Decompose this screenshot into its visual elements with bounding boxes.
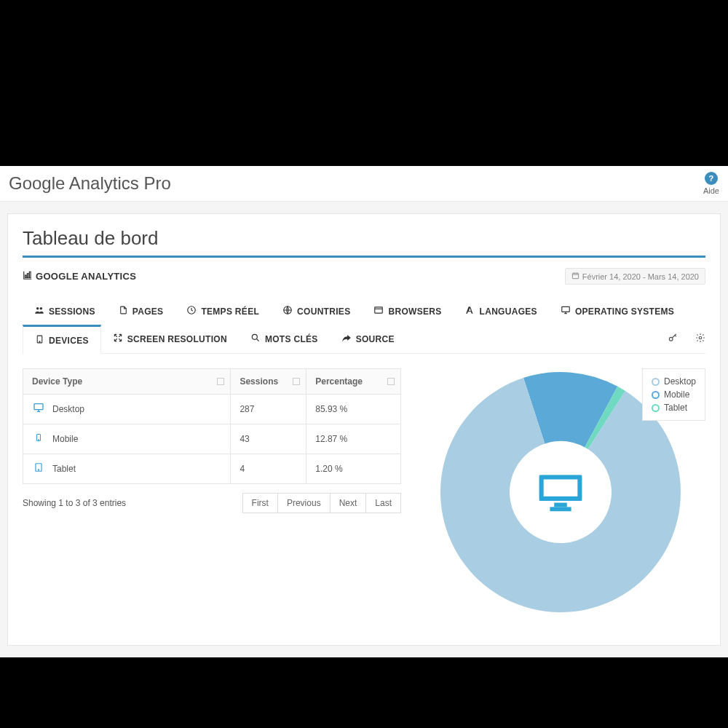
- tabs: SESSIONSPAGESTEMPS RÉELCOUNTRIESBROWSERS…: [23, 298, 705, 354]
- device-table: Device TypeSessionsPercentage Desktop287…: [23, 368, 401, 616]
- tab-devices[interactable]: DEVICES: [23, 325, 101, 354]
- column-header[interactable]: Percentage: [306, 369, 401, 395]
- help-label: Aide: [703, 186, 719, 195]
- gear-icon[interactable]: [695, 333, 705, 346]
- table-footer-info: Showing 1 to 3 of 3 entries: [23, 498, 126, 508]
- share-icon: [341, 333, 352, 345]
- page-title: Tableau de bord: [23, 227, 705, 258]
- legend-item[interactable]: Desktop: [652, 375, 696, 388]
- svg-rect-22: [554, 503, 567, 507]
- expand-icon: [113, 333, 123, 345]
- clock-icon: [186, 305, 197, 317]
- mobile-icon: [32, 432, 45, 446]
- column-header[interactable]: Device Type: [23, 369, 231, 395]
- svg-point-4: [36, 307, 39, 310]
- tab-source[interactable]: SOURCE: [330, 325, 406, 353]
- chart-legend: DesktopMobileTablet: [642, 368, 705, 421]
- svg-point-19: [38, 470, 39, 470]
- pager-next[interactable]: Next: [330, 493, 367, 513]
- pager-previous[interactable]: Previous: [277, 493, 331, 513]
- tab-languages[interactable]: LANGUAGES: [454, 298, 549, 325]
- pager: First Previous Next Last: [243, 493, 401, 513]
- subtitle: GOOGLE ANALYTICS: [23, 270, 136, 282]
- tablet-icon: [35, 334, 44, 347]
- help-icon: ?: [705, 172, 718, 185]
- users-icon: [34, 305, 44, 317]
- svg-rect-2: [29, 272, 31, 277]
- desktop-icon: [32, 402, 45, 416]
- monitor-icon: [561, 305, 571, 317]
- search-icon: [250, 333, 261, 345]
- svg-rect-23: [550, 507, 571, 511]
- tab-browsers[interactable]: BROWSERS: [362, 298, 453, 325]
- svg-rect-8: [375, 307, 383, 313]
- svg-point-11: [39, 341, 40, 342]
- svg-rect-1: [27, 274, 28, 278]
- svg-rect-15: [34, 404, 43, 410]
- tab-temps-réel[interactable]: TEMPS RÉEL: [175, 298, 271, 325]
- date-range-picker[interactable]: Février 14, 2020 - Mars 14, 2020: [565, 268, 705, 285]
- device-chart: DesktopMobileTablet: [416, 368, 705, 616]
- globe-icon: [282, 305, 293, 317]
- table-row[interactable]: Mobile4312.87 %: [23, 424, 401, 454]
- legend-item[interactable]: Tablet: [652, 401, 696, 414]
- svg-point-12: [252, 334, 257, 339]
- table-row[interactable]: Desktop28785.93 %: [23, 395, 401, 424]
- calendar-icon: [571, 272, 579, 281]
- svg-point-5: [40, 307, 43, 310]
- desktop-icon: [513, 445, 608, 539]
- tab-mots-clés[interactable]: MOTS CLÉS: [239, 325, 330, 353]
- help-button[interactable]: ? Aide: [703, 172, 719, 195]
- app-title: Google Analytics Pro: [9, 173, 171, 194]
- tablet-icon: [32, 462, 45, 476]
- topbar: Google Analytics Pro ? Aide: [0, 166, 728, 202]
- svg-point-14: [699, 336, 702, 339]
- svg-rect-21: [544, 480, 578, 496]
- table-row[interactable]: Tablet41.20 %: [23, 454, 401, 484]
- pager-last[interactable]: Last: [365, 493, 401, 513]
- tab-pages[interactable]: PAGES: [107, 298, 175, 325]
- svg-rect-0: [25, 275, 27, 278]
- svg-point-17: [39, 440, 39, 440]
- svg-point-13: [669, 337, 673, 341]
- tab-screen-resolution[interactable]: SCREEN RESOLUTION: [101, 325, 239, 353]
- column-header[interactable]: Sessions: [231, 369, 306, 395]
- window-icon: [373, 305, 384, 317]
- svg-rect-3: [572, 273, 578, 278]
- key-icon[interactable]: [668, 333, 678, 346]
- bar-chart-icon: [23, 270, 33, 282]
- pager-first[interactable]: First: [242, 493, 278, 513]
- font-icon: [465, 305, 475, 317]
- dashboard-panel: Tableau de bord GOOGLE ANALYTICS Février…: [7, 213, 721, 646]
- file-icon: [119, 305, 128, 317]
- legend-item[interactable]: Mobile: [652, 388, 696, 401]
- svg-rect-9: [562, 306, 570, 312]
- tab-sessions[interactable]: SESSIONS: [23, 298, 107, 325]
- tab-operating-systems[interactable]: OPERATING SYSTEMS: [549, 298, 686, 325]
- tab-countries[interactable]: COUNTRIES: [271, 298, 362, 325]
